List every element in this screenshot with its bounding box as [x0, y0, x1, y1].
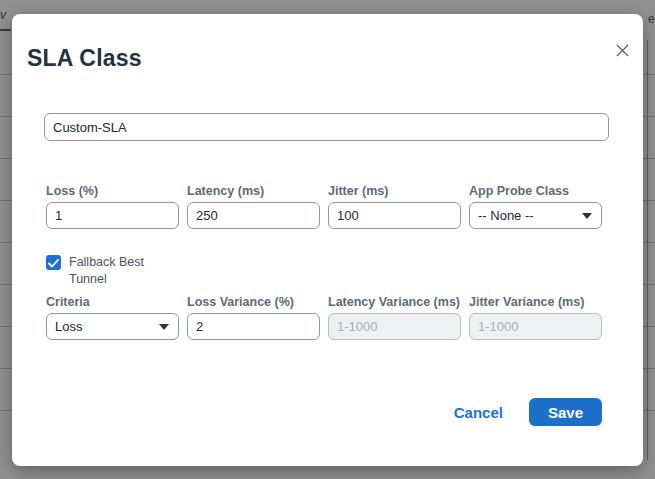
loss-variance-label: Loss Variance (%) [187, 295, 320, 310]
latency-variance-input [328, 313, 461, 340]
background-table-rows-right [643, 33, 655, 445]
app-probe-class-select[interactable]: -- None -- [469, 202, 602, 229]
jitter-input[interactable] [328, 202, 461, 229]
fallback-best-tunnel-label: Fallback Best Tunnel [69, 254, 157, 288]
criteria-field: Criteria Loss [46, 295, 179, 340]
background-text-fragment-right: e [648, 12, 655, 26]
loss-input[interactable] [46, 202, 179, 229]
jitter-variance-label: Jitter Variance (ms) [469, 295, 602, 310]
close-icon [616, 43, 629, 61]
sla-name-input[interactable] [44, 113, 609, 141]
background-table-rows-left [0, 33, 12, 445]
latency-variance-field: Latency Variance (ms) [328, 295, 461, 340]
loss-variance-input[interactable] [187, 313, 320, 340]
latency-label: Latency (ms) [187, 184, 320, 199]
jitter-label: Jitter (ms) [328, 184, 461, 199]
criteria-value: Loss [55, 319, 82, 334]
loss-variance-field: Loss Variance (%) [187, 295, 320, 340]
criteria-select[interactable]: Loss [46, 313, 179, 340]
fallback-best-tunnel-checkbox[interactable] [46, 255, 61, 270]
app-probe-class-label: App Probe Class [469, 184, 602, 199]
loss-label: Loss (%) [46, 184, 179, 199]
latency-variance-label: Latency Variance (ms) [328, 295, 461, 310]
fallback-best-tunnel-row: Fallback Best Tunnel [46, 254, 157, 288]
background-text-fragment-left: v [0, 8, 6, 22]
variance-row: Criteria Loss Loss Variance (%) Latency … [46, 295, 602, 340]
criteria-label: Criteria [46, 295, 179, 310]
dialog-footer: Cancel Save [454, 398, 602, 426]
loss-field: Loss (%) [46, 184, 179, 229]
background-table-border [647, 40, 648, 460]
close-button[interactable] [613, 43, 631, 61]
latency-input[interactable] [187, 202, 320, 229]
chevron-down-icon [582, 213, 592, 219]
latency-field: Latency (ms) [187, 184, 320, 229]
sla-class-dialog: SLA Class Loss (%) Latency (ms) Jitter (… [12, 14, 643, 466]
background-line-fragment [0, 29, 11, 31]
app-probe-class-value: -- None -- [478, 208, 534, 223]
jitter-field: Jitter (ms) [328, 184, 461, 229]
jitter-variance-input [469, 313, 602, 340]
cancel-button[interactable]: Cancel [454, 404, 503, 421]
jitter-variance-field: Jitter Variance (ms) [469, 295, 602, 340]
dialog-title: SLA Class [27, 45, 142, 72]
checkmark-icon [48, 254, 59, 272]
metrics-row: Loss (%) Latency (ms) Jitter (ms) App Pr… [46, 184, 602, 229]
chevron-down-icon [159, 324, 169, 330]
save-button[interactable]: Save [529, 398, 602, 426]
app-probe-class-field: App Probe Class -- None -- [469, 184, 602, 229]
